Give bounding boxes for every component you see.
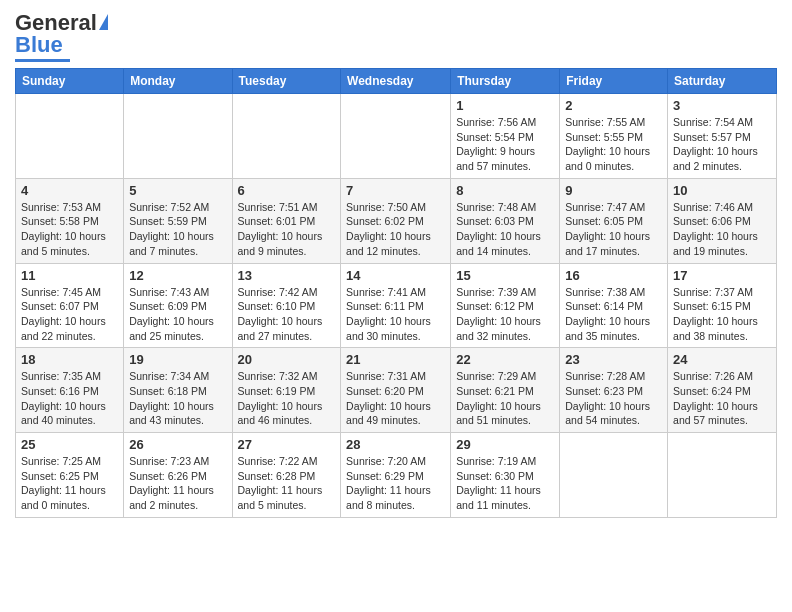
day-number: 1 bbox=[456, 98, 554, 113]
day-info: Sunrise: 7:43 AM Sunset: 6:09 PM Dayligh… bbox=[129, 285, 226, 344]
column-header-wednesday: Wednesday bbox=[341, 69, 451, 94]
calendar-cell: 29Sunrise: 7:19 AM Sunset: 6:30 PM Dayli… bbox=[451, 433, 560, 518]
calendar-cell: 10Sunrise: 7:46 AM Sunset: 6:06 PM Dayli… bbox=[668, 178, 777, 263]
day-info: Sunrise: 7:41 AM Sunset: 6:11 PM Dayligh… bbox=[346, 285, 445, 344]
day-number: 10 bbox=[673, 183, 771, 198]
calendar-week-2: 4Sunrise: 7:53 AM Sunset: 5:58 PM Daylig… bbox=[16, 178, 777, 263]
calendar-cell: 28Sunrise: 7:20 AM Sunset: 6:29 PM Dayli… bbox=[341, 433, 451, 518]
calendar-cell: 7Sunrise: 7:50 AM Sunset: 6:02 PM Daylig… bbox=[341, 178, 451, 263]
day-number: 20 bbox=[238, 352, 336, 367]
day-number: 26 bbox=[129, 437, 226, 452]
day-number: 16 bbox=[565, 268, 662, 283]
column-header-tuesday: Tuesday bbox=[232, 69, 341, 94]
day-info: Sunrise: 7:25 AM Sunset: 6:25 PM Dayligh… bbox=[21, 454, 118, 513]
day-number: 6 bbox=[238, 183, 336, 198]
column-header-saturday: Saturday bbox=[668, 69, 777, 94]
calendar-week-5: 25Sunrise: 7:25 AM Sunset: 6:25 PM Dayli… bbox=[16, 433, 777, 518]
calendar-cell: 23Sunrise: 7:28 AM Sunset: 6:23 PM Dayli… bbox=[560, 348, 668, 433]
calendar-cell: 17Sunrise: 7:37 AM Sunset: 6:15 PM Dayli… bbox=[668, 263, 777, 348]
calendar-cell: 21Sunrise: 7:31 AM Sunset: 6:20 PM Dayli… bbox=[341, 348, 451, 433]
day-info: Sunrise: 7:22 AM Sunset: 6:28 PM Dayligh… bbox=[238, 454, 336, 513]
column-header-thursday: Thursday bbox=[451, 69, 560, 94]
day-number: 15 bbox=[456, 268, 554, 283]
day-number: 18 bbox=[21, 352, 118, 367]
calendar-cell: 4Sunrise: 7:53 AM Sunset: 5:58 PM Daylig… bbox=[16, 178, 124, 263]
calendar-cell bbox=[560, 433, 668, 518]
day-number: 8 bbox=[456, 183, 554, 198]
calendar-table: SundayMondayTuesdayWednesdayThursdayFrid… bbox=[15, 68, 777, 518]
day-info: Sunrise: 7:47 AM Sunset: 6:05 PM Dayligh… bbox=[565, 200, 662, 259]
day-number: 17 bbox=[673, 268, 771, 283]
day-info: Sunrise: 7:45 AM Sunset: 6:07 PM Dayligh… bbox=[21, 285, 118, 344]
column-header-friday: Friday bbox=[560, 69, 668, 94]
page-header: General Blue bbox=[15, 10, 777, 62]
calendar-cell: 15Sunrise: 7:39 AM Sunset: 6:12 PM Dayli… bbox=[451, 263, 560, 348]
calendar-cell: 11Sunrise: 7:45 AM Sunset: 6:07 PM Dayli… bbox=[16, 263, 124, 348]
calendar-cell: 5Sunrise: 7:52 AM Sunset: 5:59 PM Daylig… bbox=[124, 178, 232, 263]
day-number: 14 bbox=[346, 268, 445, 283]
calendar-cell bbox=[124, 94, 232, 179]
day-number: 9 bbox=[565, 183, 662, 198]
day-number: 4 bbox=[21, 183, 118, 198]
column-header-monday: Monday bbox=[124, 69, 232, 94]
day-number: 7 bbox=[346, 183, 445, 198]
calendar-week-1: 1Sunrise: 7:56 AM Sunset: 5:54 PM Daylig… bbox=[16, 94, 777, 179]
day-info: Sunrise: 7:31 AM Sunset: 6:20 PM Dayligh… bbox=[346, 369, 445, 428]
calendar-cell: 3Sunrise: 7:54 AM Sunset: 5:57 PM Daylig… bbox=[668, 94, 777, 179]
day-number: 24 bbox=[673, 352, 771, 367]
day-info: Sunrise: 7:19 AM Sunset: 6:30 PM Dayligh… bbox=[456, 454, 554, 513]
day-info: Sunrise: 7:55 AM Sunset: 5:55 PM Dayligh… bbox=[565, 115, 662, 174]
day-info: Sunrise: 7:32 AM Sunset: 6:19 PM Dayligh… bbox=[238, 369, 336, 428]
calendar-cell: 8Sunrise: 7:48 AM Sunset: 6:03 PM Daylig… bbox=[451, 178, 560, 263]
calendar-cell: 24Sunrise: 7:26 AM Sunset: 6:24 PM Dayli… bbox=[668, 348, 777, 433]
calendar-week-3: 11Sunrise: 7:45 AM Sunset: 6:07 PM Dayli… bbox=[16, 263, 777, 348]
day-number: 12 bbox=[129, 268, 226, 283]
day-number: 11 bbox=[21, 268, 118, 283]
day-info: Sunrise: 7:52 AM Sunset: 5:59 PM Dayligh… bbox=[129, 200, 226, 259]
day-info: Sunrise: 7:50 AM Sunset: 6:02 PM Dayligh… bbox=[346, 200, 445, 259]
day-number: 19 bbox=[129, 352, 226, 367]
day-info: Sunrise: 7:23 AM Sunset: 6:26 PM Dayligh… bbox=[129, 454, 226, 513]
calendar-cell: 22Sunrise: 7:29 AM Sunset: 6:21 PM Dayli… bbox=[451, 348, 560, 433]
calendar-cell: 20Sunrise: 7:32 AM Sunset: 6:19 PM Dayli… bbox=[232, 348, 341, 433]
calendar-cell bbox=[341, 94, 451, 179]
calendar-cell: 9Sunrise: 7:47 AM Sunset: 6:05 PM Daylig… bbox=[560, 178, 668, 263]
day-info: Sunrise: 7:39 AM Sunset: 6:12 PM Dayligh… bbox=[456, 285, 554, 344]
calendar-cell: 6Sunrise: 7:51 AM Sunset: 6:01 PM Daylig… bbox=[232, 178, 341, 263]
day-info: Sunrise: 7:29 AM Sunset: 6:21 PM Dayligh… bbox=[456, 369, 554, 428]
logo-blue: Blue bbox=[15, 32, 63, 58]
calendar-cell: 2Sunrise: 7:55 AM Sunset: 5:55 PM Daylig… bbox=[560, 94, 668, 179]
day-number: 21 bbox=[346, 352, 445, 367]
day-info: Sunrise: 7:53 AM Sunset: 5:58 PM Dayligh… bbox=[21, 200, 118, 259]
day-number: 3 bbox=[673, 98, 771, 113]
day-number: 23 bbox=[565, 352, 662, 367]
day-info: Sunrise: 7:51 AM Sunset: 6:01 PM Dayligh… bbox=[238, 200, 336, 259]
calendar-cell: 1Sunrise: 7:56 AM Sunset: 5:54 PM Daylig… bbox=[451, 94, 560, 179]
day-number: 29 bbox=[456, 437, 554, 452]
day-info: Sunrise: 7:20 AM Sunset: 6:29 PM Dayligh… bbox=[346, 454, 445, 513]
day-info: Sunrise: 7:42 AM Sunset: 6:10 PM Dayligh… bbox=[238, 285, 336, 344]
calendar-cell: 16Sunrise: 7:38 AM Sunset: 6:14 PM Dayli… bbox=[560, 263, 668, 348]
calendar-cell: 18Sunrise: 7:35 AM Sunset: 6:16 PM Dayli… bbox=[16, 348, 124, 433]
day-info: Sunrise: 7:37 AM Sunset: 6:15 PM Dayligh… bbox=[673, 285, 771, 344]
day-info: Sunrise: 7:46 AM Sunset: 6:06 PM Dayligh… bbox=[673, 200, 771, 259]
day-info: Sunrise: 7:56 AM Sunset: 5:54 PM Dayligh… bbox=[456, 115, 554, 174]
calendar-cell: 25Sunrise: 7:25 AM Sunset: 6:25 PM Dayli… bbox=[16, 433, 124, 518]
calendar-week-4: 18Sunrise: 7:35 AM Sunset: 6:16 PM Dayli… bbox=[16, 348, 777, 433]
calendar-cell bbox=[232, 94, 341, 179]
day-info: Sunrise: 7:26 AM Sunset: 6:24 PM Dayligh… bbox=[673, 369, 771, 428]
calendar-cell: 27Sunrise: 7:22 AM Sunset: 6:28 PM Dayli… bbox=[232, 433, 341, 518]
day-info: Sunrise: 7:28 AM Sunset: 6:23 PM Dayligh… bbox=[565, 369, 662, 428]
day-number: 22 bbox=[456, 352, 554, 367]
day-number: 13 bbox=[238, 268, 336, 283]
day-info: Sunrise: 7:48 AM Sunset: 6:03 PM Dayligh… bbox=[456, 200, 554, 259]
day-number: 5 bbox=[129, 183, 226, 198]
column-header-sunday: Sunday bbox=[16, 69, 124, 94]
calendar-cell: 12Sunrise: 7:43 AM Sunset: 6:09 PM Dayli… bbox=[124, 263, 232, 348]
calendar-cell bbox=[16, 94, 124, 179]
day-number: 27 bbox=[238, 437, 336, 452]
calendar-header-row: SundayMondayTuesdayWednesdayThursdayFrid… bbox=[16, 69, 777, 94]
day-number: 25 bbox=[21, 437, 118, 452]
calendar-cell: 13Sunrise: 7:42 AM Sunset: 6:10 PM Dayli… bbox=[232, 263, 341, 348]
day-info: Sunrise: 7:35 AM Sunset: 6:16 PM Dayligh… bbox=[21, 369, 118, 428]
